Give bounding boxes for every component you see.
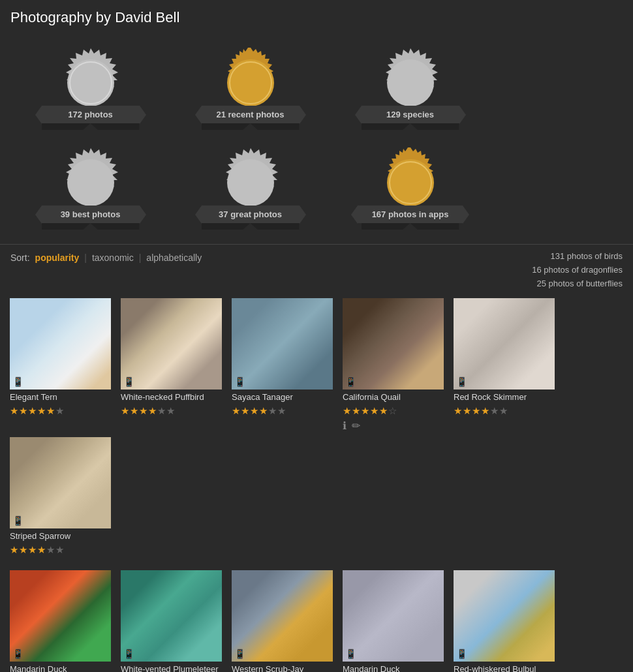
star2: ★ (241, 405, 249, 417)
tail-right-37 (251, 223, 300, 230)
ribbon-label-167: 167 photos in apps (358, 206, 463, 223)
photo-thumb-mandarin-duck: 📱 (10, 570, 111, 662)
photo-card-white-vented[interactable]: 📱 White-vented Plumeleteer ★ ★ ★ ★ ★ ★ (121, 570, 225, 672)
stat-dragonflies: 16 photos of dragonflies (532, 264, 623, 277)
star5: ★ (46, 405, 55, 417)
phone-icon-western-scrub-jay: 📱 (234, 649, 245, 659)
stat-birds: 131 photos of birds (532, 250, 623, 264)
photo-thumb-elegant-tern: 📱 (10, 298, 111, 389)
star4: ★ (148, 405, 157, 417)
photo-name-california-quail: California Quail (343, 392, 447, 403)
photo-name-striped-sparrow: Striped Sparrow (10, 531, 114, 542)
photo-card-sayaca-tanager[interactable]: 📱 Sayaca Tanager ★ ★ ★ ★ ★ ★ (232, 298, 336, 432)
tail-right-21 (251, 123, 300, 130)
badge-row-1: 172 photos 21 recent photos (10, 35, 623, 135)
star5: ★ (268, 405, 277, 417)
star1: ★ (10, 405, 18, 417)
star6: ★ (166, 405, 175, 417)
ribbon-37: 37 great photos (202, 206, 300, 230)
star3: ★ (250, 405, 258, 417)
photo-card-striped-sparrow[interactable]: 📱 Striped Sparrow ★ ★ ★ ★ ★ ★ (10, 437, 114, 556)
badge-species[interactable]: 129 species (330, 35, 490, 135)
photo-name-red-rock-skimmer: Red Rock Skimmer (454, 392, 558, 403)
ribbon-tails-39 (42, 223, 140, 230)
photo-card-western-scrub-jay[interactable]: 📱 Western Scrub-Jay ★ ★ ★ ★ ★ ★ (232, 570, 336, 672)
sort-bar: Sort: popularity | taxonomic | alphabeti… (0, 244, 633, 296)
star3: ★ (28, 544, 37, 556)
photo-card-white-necked[interactable]: 📱 White-necked Puffbird ★ ★ ★ ★ ★ ★ (121, 298, 225, 432)
photo-card-california-quail[interactable]: 📱 California Quail ★ ★ ★ ★ ★ ☆ ℹ ✏ (343, 298, 447, 432)
stat-butterflies: 25 photos of butterflies (532, 277, 623, 291)
photo-card-elegant-tern[interactable]: 📱 Elegant Tern ★ ★ ★ ★ ★ ★ (10, 298, 114, 432)
photo-card-mandarin-duck[interactable]: 📱 Mandarin Duck ★ ★ ★ ★ ★ ★ (10, 570, 114, 672)
badge-recent-photos[interactable]: 21 recent photos (170, 35, 330, 135)
stars-elegant-tern: ★ ★ ★ ★ ★ ★ (10, 405, 114, 417)
tail-right-172 (91, 123, 140, 130)
svg-point-14 (390, 162, 431, 204)
photo-name-sayaca-tanager: Sayaca Tanager (232, 392, 336, 403)
tail-left-39 (42, 223, 91, 230)
photo-thumb-sayaca-tanager: 📱 (232, 298, 333, 389)
star2: ★ (19, 544, 27, 556)
star1: ★ (121, 405, 129, 417)
photo-name-white-necked: White-necked Puffbird (121, 392, 225, 403)
phone-icon-mandarin-duck: 📱 (12, 649, 23, 659)
tail-left-167 (362, 223, 410, 230)
badge-total-photos[interactable]: 172 photos (10, 35, 170, 135)
photo-name-elegant-tern: Elegant Tern (10, 392, 114, 403)
tail-left-21 (202, 123, 251, 130)
ribbon-tails-21 (202, 123, 300, 130)
star6: ★ (277, 405, 286, 417)
sort-alphabetically[interactable]: alphabetically (146, 252, 202, 263)
ribbon-tails-167 (362, 223, 459, 230)
ribbon-tails-172 (42, 123, 140, 130)
photo-name-mandarin-duck: Mandarin Duck (10, 664, 114, 672)
star6: ★ (55, 405, 64, 417)
star4: ★ (37, 544, 46, 556)
ribbon-tails-37 (202, 223, 300, 230)
svg-point-11 (227, 159, 274, 206)
sort-label: Sort: (10, 252, 30, 263)
star2: ★ (130, 405, 138, 417)
photo-name-red-whiskered-bulbul: Red-whiskered Bulbul (454, 664, 558, 672)
sort-controls: Sort: popularity | taxonomic | alphabeti… (10, 250, 202, 263)
star5: ★ (46, 544, 55, 556)
photo-thumb-mandarin-duck2: 📱 (343, 570, 444, 662)
ribbon-tails-129 (362, 123, 459, 130)
svg-point-2 (70, 62, 112, 104)
phone-icon-red-rock-skimmer: 📱 (456, 376, 467, 387)
star3: ★ (472, 405, 480, 417)
star6: ★ (55, 544, 64, 556)
info-icon-quail[interactable]: ℹ (343, 420, 347, 432)
tail-left-37 (202, 223, 251, 230)
page-title: Photography by David Bell (0, 0, 633, 33)
badge-apps-photos[interactable]: 167 photos in apps (330, 135, 490, 235)
edit-icon-quail[interactable]: ✏ (352, 420, 360, 432)
sort-popularity[interactable]: popularity (35, 252, 80, 263)
sort-sep-2: | (139, 252, 142, 263)
photo-grid-row2: 📱 Mandarin Duck ★ ★ ★ ★ ★ ★ 📱 White-vent… (0, 568, 633, 672)
badge-great-photos[interactable]: 37 great photos (170, 135, 330, 235)
tail-right-129 (410, 123, 459, 130)
phone-icon-white-necked: 📱 (123, 376, 134, 387)
photo-name-white-vented: White-vented Plumeleteer (121, 664, 225, 672)
phone-icon-california-quail: 📱 (345, 376, 356, 387)
photo-thumb-california-quail: 📱 (343, 298, 444, 389)
photo-card-mandarin-duck2[interactable]: 📱 Mandarin Duck ★ ★ ★ ★ ★ ★ (343, 570, 447, 672)
tail-right-39 (91, 223, 140, 230)
badge-best-photos[interactable]: 39 best photos (10, 135, 170, 235)
photo-card-red-whiskered-bulbul[interactable]: 📱 Red-whiskered Bulbul ★ ★ ★ ★ ★ ★ (454, 570, 558, 672)
tail-left-129 (362, 123, 410, 130)
photo-thumb-red-rock-skimmer: 📱 (454, 298, 555, 389)
sort-sep-1: | (84, 252, 87, 263)
phone-icon-striped-sparrow: 📱 (12, 515, 23, 526)
stars-striped-sparrow: ★ ★ ★ ★ ★ ★ (10, 544, 114, 556)
star1: ★ (343, 405, 351, 417)
star3: ★ (361, 405, 369, 417)
phone-icon-red-whiskered-bulbul: 📱 (456, 649, 467, 659)
sort-taxonomic[interactable]: taxonomic (92, 252, 134, 263)
star6: ☆ (388, 405, 397, 417)
photo-card-red-rock-skimmer[interactable]: 📱 Red Rock Skimmer ★ ★ ★ ★ ★ ★ (454, 298, 558, 432)
photo-thumb-red-whiskered-bulbul: 📱 (454, 570, 555, 662)
star2: ★ (352, 405, 360, 417)
